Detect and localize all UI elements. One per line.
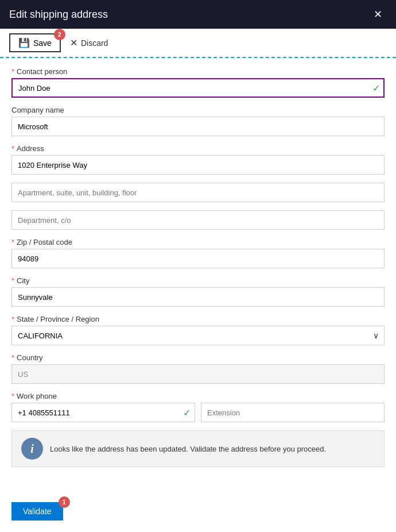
country-label: *Country [11, 353, 385, 362]
save-button[interactable]: 💾 Save 2 [9, 33, 61, 52]
toolbar: 💾 Save 2 ✕ Discard [0, 29, 396, 58]
info-banner-text: Looks like the address has been updated.… [50, 445, 326, 453]
contact-person-group: *Contact person ✓ [11, 67, 385, 98]
work-phone-group: *Work phone ✓ [11, 392, 385, 422]
edit-shipping-modal: Edit shipping address ✕ 💾 Save 2 ✕ Disca… [0, 0, 396, 532]
city-label: *City [11, 276, 385, 285]
info-banner: i Looks like the address has been update… [11, 430, 385, 467]
extension-input[interactable] [201, 403, 385, 422]
discard-icon: ✕ [70, 37, 77, 48]
address-label: *Address [11, 144, 385, 153]
required-star-country: * [11, 353, 14, 362]
contact-person-label: *Contact person [11, 67, 385, 76]
country-input [11, 364, 385, 384]
work-phone-label: *Work phone [11, 392, 385, 400]
form-body: *Contact person ✓ Company name *Address [0, 58, 396, 502]
required-star: * [11, 67, 14, 76]
address2-group [11, 183, 385, 202]
contact-person-input[interactable] [11, 78, 385, 98]
company-name-group: Company name [11, 106, 385, 136]
address2-input[interactable] [11, 183, 385, 202]
department-input[interactable] [11, 210, 385, 230]
validate-badge: 1 [59, 496, 70, 508]
state-group: *State / Province / Region CALIFORNIA ∨ [11, 315, 385, 345]
address-input[interactable] [11, 155, 385, 175]
save-badge: 2 [54, 29, 65, 40]
required-star-phone: * [11, 392, 14, 400]
phone-row: ✓ [11, 403, 385, 422]
address-group: *Address [11, 144, 385, 175]
modal-title: Edit shipping address [9, 9, 108, 21]
required-star-state: * [11, 315, 14, 323]
state-select[interactable]: CALIFORNIA [11, 326, 385, 345]
zip-label: *Zip / Postal code [11, 238, 385, 246]
close-button[interactable]: ✕ [369, 6, 387, 23]
save-label: Save [33, 38, 52, 48]
info-icon-letter: i [30, 442, 34, 456]
validate-section: Validate 1 [0, 502, 396, 532]
phone-input-wrapper: ✓ [11, 403, 195, 422]
zip-input[interactable] [11, 249, 385, 268]
state-select-wrapper: CALIFORNIA ∨ [11, 326, 385, 345]
discard-label: Discard [81, 38, 108, 48]
city-input[interactable] [11, 287, 385, 307]
required-star-city: * [11, 276, 14, 285]
zip-group: *Zip / Postal code [11, 238, 385, 268]
state-label: *State / Province / Region [11, 315, 385, 323]
department-group [11, 210, 385, 230]
extension-col [201, 403, 385, 422]
required-star-address: * [11, 144, 14, 153]
modal-header: Edit shipping address ✕ [0, 0, 396, 29]
country-group: *Country [11, 353, 385, 384]
info-icon: i [21, 438, 43, 460]
phone-col: ✓ [11, 403, 195, 422]
city-group: *City [11, 276, 385, 307]
contact-person-input-wrapper: ✓ [11, 78, 385, 98]
discard-button[interactable]: ✕ Discard [70, 37, 108, 48]
company-name-input[interactable] [11, 117, 385, 136]
company-name-label: Company name [11, 106, 385, 114]
work-phone-input[interactable] [11, 403, 195, 422]
validate-label: Validate [23, 507, 52, 516]
save-icon: 💾 [18, 37, 30, 48]
required-star-zip: * [11, 238, 14, 246]
validate-button[interactable]: Validate 1 [11, 502, 63, 521]
